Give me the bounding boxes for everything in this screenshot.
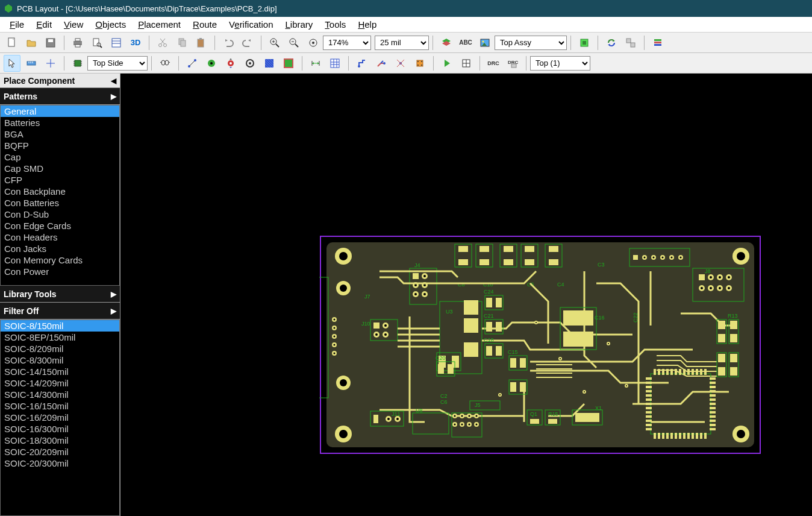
- component-item[interactable]: SOIC-16/300mil: [1, 423, 119, 435]
- route-manual-button[interactable]: [354, 55, 370, 72]
- origin-button[interactable]: [42, 55, 59, 72]
- component-item[interactable]: SOIC-14/150mil: [1, 366, 119, 377]
- svg-rect-244: [646, 420, 652, 422]
- zoom-fit-button[interactable]: [305, 34, 322, 51]
- menu-objects[interactable]: Objects: [89, 18, 132, 31]
- titles-button[interactable]: [108, 34, 125, 51]
- library-list[interactable]: GeneralBatteriesBGABQFPCapCap SMDCFPCon …: [0, 105, 120, 286]
- print-button[interactable]: [69, 34, 86, 51]
- menu-verification[interactable]: Verification: [223, 18, 279, 31]
- drc-button[interactable]: DRC: [485, 55, 502, 72]
- component-item[interactable]: SOIC-14/300mil: [1, 389, 119, 400]
- svg-rect-11: [112, 39, 120, 47]
- library-item[interactable]: Con Headers: [1, 231, 119, 243]
- component-item[interactable]: SOIC-8/209mil: [1, 343, 119, 354]
- layer-select[interactable]: Top Assy: [495, 36, 567, 50]
- measure-button[interactable]: [23, 55, 40, 72]
- library-item[interactable]: General: [1, 105, 119, 117]
- copy-button[interactable]: [173, 34, 190, 51]
- load-rules-button[interactable]: [576, 34, 593, 51]
- via-button[interactable]: [222, 55, 239, 72]
- run-autoroute-button[interactable]: [439, 55, 455, 72]
- 3d-preview-button[interactable]: 3D: [127, 34, 144, 51]
- library-item[interactable]: Cap SMD: [1, 163, 119, 174]
- paste-button[interactable]: [193, 34, 210, 51]
- library-item[interactable]: BQFP: [1, 140, 119, 151]
- svg-point-182: [728, 276, 730, 278]
- svg-rect-268: [486, 322, 492, 332]
- component-item[interactable]: SOIC-18/300mil: [1, 435, 119, 446]
- library-item[interactable]: Batteries: [1, 117, 119, 128]
- pad-button[interactable]: [203, 55, 220, 72]
- library-tools-header[interactable]: Library Tools ▶: [0, 286, 120, 303]
- menu-route[interactable]: Route: [187, 18, 223, 31]
- menu-help[interactable]: Help: [352, 18, 383, 31]
- drc-setup-button[interactable]: DRC: [504, 55, 521, 72]
- autoroute-setup-button[interactable]: [458, 55, 475, 72]
- save-button[interactable]: [42, 34, 59, 51]
- component-button[interactable]: [69, 55, 86, 72]
- free-route-button[interactable]: [411, 55, 428, 72]
- new-button[interactable]: [4, 34, 20, 51]
- menu-tools[interactable]: Tools: [319, 18, 352, 31]
- undo-button[interactable]: [220, 34, 237, 51]
- component-list[interactable]: SOIC-8/150milSOIC-8EP/150milSOIC-8/209mi…: [0, 319, 120, 516]
- component-item[interactable]: SOIC-16/150mil: [1, 400, 119, 412]
- renew-button[interactable]: [603, 34, 620, 51]
- ref-u3: U3: [446, 309, 453, 315]
- library-item[interactable]: Con Batteries: [1, 197, 119, 209]
- pcb-canvas[interactable]: J7 J4 J10: [120, 74, 812, 516]
- preview-button[interactable]: [89, 34, 105, 51]
- back-annotate-button[interactable]: [622, 34, 639, 51]
- table-button[interactable]: [326, 55, 343, 72]
- library-item[interactable]: Con Backplane: [1, 186, 119, 197]
- component-item[interactable]: SOIC-8/150mil: [1, 320, 119, 332]
- library-item[interactable]: Con Jacks: [1, 243, 119, 254]
- patterns-header[interactable]: Patterns ▶: [0, 88, 120, 105]
- library-item[interactable]: Con D-Sub: [1, 209, 119, 220]
- library-item[interactable]: Con Edge Cards: [1, 220, 119, 231]
- open-button[interactable]: [23, 34, 40, 51]
- mtn-hole-button[interactable]: [242, 55, 258, 72]
- filter-header[interactable]: Filter Off ▶: [0, 303, 120, 319]
- menu-file[interactable]: File: [4, 18, 30, 31]
- zoom-select[interactable]: 174%: [323, 36, 371, 50]
- menu-placement[interactable]: Placement: [132, 18, 187, 31]
- redo-button[interactable]: [239, 34, 256, 51]
- place-component-header[interactable]: Place Component ◀: [0, 74, 120, 88]
- dimension-button[interactable]: [307, 55, 324, 72]
- zoom-in-button[interactable]: [266, 34, 283, 51]
- menu-view[interactable]: View: [58, 18, 89, 31]
- text-abc-button[interactable]: ABC: [457, 34, 474, 51]
- menu-library[interactable]: Library: [279, 18, 319, 31]
- copper-pour-button[interactable]: [261, 55, 278, 72]
- default-mode-button[interactable]: [4, 55, 20, 72]
- picture-button[interactable]: [476, 34, 493, 51]
- layer-display-button[interactable]: [438, 34, 455, 51]
- library-item[interactable]: Con Power: [1, 266, 119, 277]
- grid-select[interactable]: 25 mil: [375, 36, 429, 50]
- component-item[interactable]: SOIC-16/209mil: [1, 412, 119, 423]
- find-button[interactable]: [157, 55, 173, 72]
- component-item[interactable]: SOIC-20/209mil: [1, 446, 119, 458]
- svg-marker-0: [5, 4, 12, 13]
- active-layer-select[interactable]: Top (1): [530, 56, 590, 71]
- layer-setup-button[interactable]: [649, 34, 666, 51]
- library-item[interactable]: CFP: [1, 174, 119, 186]
- component-item[interactable]: SOIC-14/209mil: [1, 377, 119, 389]
- edit-route-button[interactable]: [373, 55, 390, 72]
- cut-button[interactable]: [154, 34, 171, 51]
- side-select[interactable]: Top Side: [87, 56, 148, 71]
- library-item[interactable]: Con Memory Cards: [1, 254, 119, 266]
- toolbar-main: 3D 174% 25 mil ABC Top Assy: [0, 33, 812, 53]
- zoom-out-button[interactable]: [286, 34, 302, 51]
- menu-edit[interactable]: Edit: [30, 18, 58, 31]
- component-item[interactable]: SOIC-8/300mil: [1, 354, 119, 366]
- library-item[interactable]: BGA: [1, 128, 119, 140]
- ratline-button[interactable]: [184, 55, 201, 72]
- component-item[interactable]: SOIC-20/300mil: [1, 458, 119, 469]
- fanout-button[interactable]: [392, 55, 409, 72]
- component-item[interactable]: SOIC-8EP/150mil: [1, 332, 119, 343]
- board-outline-button[interactable]: [280, 55, 297, 72]
- library-item[interactable]: Cap: [1, 151, 119, 163]
